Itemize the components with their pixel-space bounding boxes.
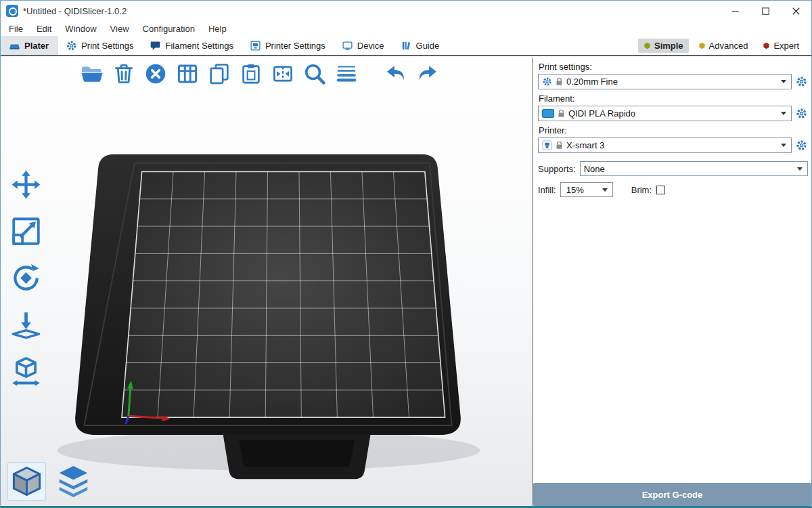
printer-value: X-smart 3 bbox=[566, 140, 604, 150]
delete-all-button[interactable] bbox=[143, 61, 168, 87]
measure-icon bbox=[9, 354, 43, 389]
filament-gear-button[interactable] bbox=[795, 106, 808, 121]
menu-help[interactable]: Help bbox=[202, 22, 233, 35]
minimize-button[interactable] bbox=[720, 1, 750, 21]
app-logo-icon bbox=[6, 5, 18, 17]
filament-color-swatch bbox=[542, 109, 554, 118]
place-on-face-button[interactable] bbox=[7, 306, 45, 343]
infill-value: 15% bbox=[566, 185, 584, 195]
undo-button[interactable] bbox=[383, 61, 409, 87]
layers-icon bbox=[55, 463, 91, 499]
rotate-button[interactable] bbox=[7, 259, 45, 297]
filament-value: QIDI PLA Rapido bbox=[568, 108, 635, 119]
menu-file[interactable]: File bbox=[2, 22, 30, 35]
variable-layer-height-icon bbox=[334, 62, 359, 86]
gear-icon bbox=[796, 107, 807, 120]
build-plate-scene bbox=[1, 58, 533, 506]
chevron-down-icon bbox=[797, 167, 803, 171]
move-icon bbox=[9, 167, 43, 202]
menu-window[interactable]: Window bbox=[58, 22, 103, 35]
layer-height-button[interactable] bbox=[334, 61, 359, 87]
menu-edit[interactable]: Edit bbox=[30, 22, 58, 35]
tabbar: Plater Print Settings Filament Settings … bbox=[1, 36, 811, 56]
arrange-icon bbox=[175, 62, 200, 86]
mode-switcher: Simple Advanced Expert bbox=[638, 36, 811, 55]
infill-select[interactable]: 15% bbox=[560, 182, 613, 197]
paste-icon bbox=[239, 62, 263, 86]
3d-viewport[interactable] bbox=[1, 58, 533, 506]
plater-icon bbox=[9, 40, 20, 51]
open-button[interactable] bbox=[79, 61, 105, 87]
printer-label: Printer: bbox=[539, 125, 808, 135]
tab-label: Device bbox=[357, 41, 384, 51]
menu-view[interactable]: View bbox=[104, 22, 136, 35]
tab-printer-settings[interactable]: Printer Settings bbox=[242, 36, 334, 55]
printer-gear-button[interactable] bbox=[795, 138, 808, 152]
brim-checkbox[interactable] bbox=[656, 186, 665, 194]
print-settings-label: Print settings: bbox=[539, 62, 808, 72]
printer-icon bbox=[250, 40, 261, 51]
print-settings-gear-button[interactable] bbox=[795, 75, 808, 89]
printer-select[interactable]: X-smart 3 bbox=[538, 137, 792, 153]
menubar: File Edit Window View Configuration Help bbox=[1, 21, 811, 36]
arrange-button[interactable] bbox=[175, 61, 200, 87]
supports-value: None bbox=[584, 164, 605, 174]
delete-button[interactable] bbox=[111, 61, 137, 87]
gear-icon bbox=[66, 40, 77, 51]
gear-icon bbox=[542, 77, 552, 87]
titlebar: *Untitled - QIDISlicer-1.0.2 bbox=[1, 1, 811, 21]
mode-expert[interactable]: Expert bbox=[757, 39, 805, 53]
tab-device[interactable]: Device bbox=[334, 36, 392, 55]
maximize-button[interactable] bbox=[750, 1, 781, 21]
tab-guide[interactable]: Guide bbox=[392, 36, 448, 55]
split-objects-button[interactable] bbox=[270, 61, 296, 87]
guide-icon bbox=[401, 40, 412, 51]
measure-button[interactable] bbox=[7, 353, 45, 390]
close-icon bbox=[792, 7, 800, 15]
print-bed-surface bbox=[122, 171, 445, 417]
chevron-down-icon bbox=[781, 80, 786, 83]
lock-icon bbox=[556, 141, 563, 150]
tab-plater[interactable]: Plater bbox=[1, 36, 58, 55]
manipulation-toolbar bbox=[7, 166, 45, 390]
chevron-down-icon bbox=[781, 112, 786, 115]
preview-layers-button[interactable] bbox=[54, 462, 93, 501]
close-button[interactable] bbox=[781, 1, 811, 21]
supports-select[interactable]: None bbox=[580, 161, 808, 176]
search-button[interactable] bbox=[302, 61, 328, 87]
scale-icon bbox=[9, 214, 43, 249]
maximize-icon bbox=[762, 7, 769, 15]
filament-icon bbox=[150, 40, 161, 51]
brim-label: Brim: bbox=[631, 185, 652, 195]
export-gcode-button[interactable]: Export G-code bbox=[533, 483, 811, 506]
copy-button[interactable] bbox=[206, 61, 232, 87]
tab-label: Guide bbox=[416, 41, 440, 51]
undo-icon bbox=[384, 62, 408, 86]
gear-icon bbox=[796, 75, 807, 88]
menu-configuration[interactable]: Configuration bbox=[136, 22, 202, 35]
mode-simple[interactable]: Simple bbox=[638, 39, 689, 53]
mode-dot-icon bbox=[763, 42, 770, 49]
chevron-down-icon bbox=[602, 188, 608, 192]
rotate-icon bbox=[9, 261, 43, 295]
scale-button[interactable] bbox=[7, 213, 45, 250]
device-icon bbox=[342, 40, 353, 51]
supports-label: Supports: bbox=[538, 164, 576, 174]
mode-advanced[interactable]: Advanced bbox=[693, 39, 754, 53]
redo-button[interactable] bbox=[415, 61, 441, 87]
delete-icon bbox=[112, 62, 136, 86]
tab-label: Print Settings bbox=[81, 41, 133, 51]
print-settings-select[interactable]: 0.20mm Fine bbox=[538, 74, 792, 89]
tab-print-settings[interactable]: Print Settings bbox=[58, 36, 141, 55]
copy-icon bbox=[207, 62, 231, 86]
open-icon bbox=[80, 62, 104, 86]
paste-button[interactable] bbox=[238, 61, 264, 87]
printer-icon bbox=[542, 140, 552, 150]
filament-select[interactable]: QIDI PLA Rapido bbox=[538, 106, 792, 121]
editor-view-button[interactable] bbox=[7, 462, 46, 501]
tab-filament-settings[interactable]: Filament Settings bbox=[141, 36, 241, 55]
print-settings-value: 0.20mm Fine bbox=[566, 77, 618, 87]
tab-label: Plater bbox=[24, 41, 49, 51]
app-window: *Untitled - QIDISlicer-1.0.2 File Edit W… bbox=[0, 0, 812, 508]
move-button[interactable] bbox=[7, 166, 45, 203]
